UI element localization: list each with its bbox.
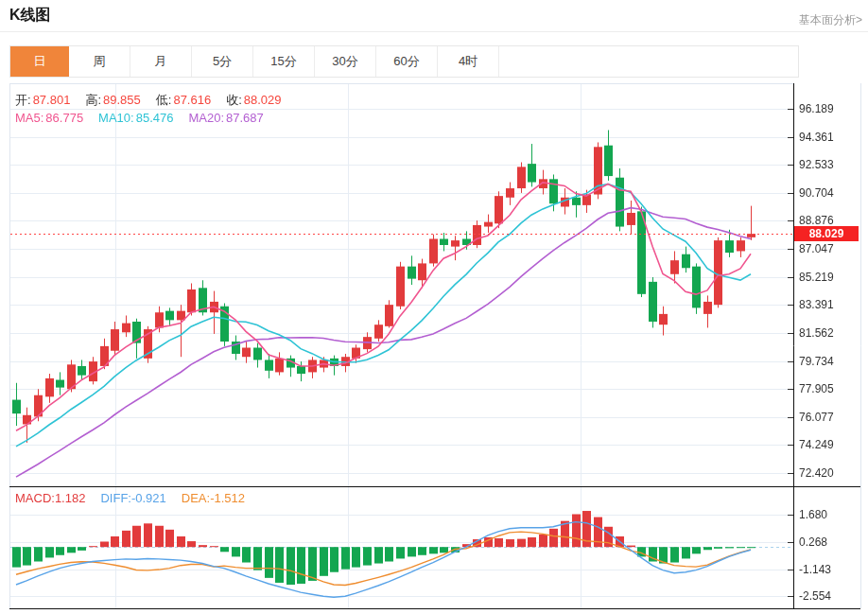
tab-3[interactable]: 5分 [192,46,253,77]
tab-5[interactable]: 30分 [315,46,376,77]
price-axis-label: 83.391 [799,298,858,312]
ma10-value: MA10:85.476 [98,111,173,125]
macd-info-row: MACD:1.182 DIFF:-0.921 DEA:-1.512 [15,491,245,505]
macd-value: MACD:1.182 [15,491,85,505]
page-title: K线图 [9,6,51,26]
price-axis-label: 90.704 [799,186,858,201]
open-value: 开:87.801 [15,92,70,109]
ma5-value: MA5:86.775 [15,111,83,125]
current-price-badge: 88.029 [794,226,859,241]
diff-value: DIFF:-0.921 [100,491,165,505]
price-axis-label: 79.734 [799,355,858,369]
low-value: 低:87.616 [156,92,211,109]
high-value: 高:89.855 [85,92,140,109]
ma-info-row: MA5:86.775 MA10:85.476 MA20:87.687 [15,111,264,125]
tab-4[interactable]: 15分 [253,46,315,77]
price-axis-label: 87.047 [799,242,858,256]
ma20-value: MA20:87.687 [188,111,263,125]
price-axis-label: 85.219 [799,271,858,285]
ohlc-info-row: 开:87.801 高:89.855 低:87.616 收:88.029 [15,92,282,109]
price-axis-label: 77.905 [799,382,858,396]
period-tabbar: 日周月5分15分30分60分4时 [9,45,799,78]
tab-7[interactable]: 4时 [438,46,499,77]
macd-axis-label: -1.143 [799,563,858,577]
tab-0[interactable]: 日 [10,46,69,77]
macd-axis-label: -2.554 [799,589,858,604]
macd-axis-label: 0.268 [799,535,858,550]
close-value: 收:88.029 [226,92,281,109]
price-axis-label: 92.533 [799,158,858,172]
price-axis-label: 72.420 [799,466,858,481]
price-axis-label: 76.077 [799,411,858,425]
price-axis-label: 96.189 [799,102,858,116]
fundamental-analysis-link[interactable]: 基本面分析> [799,12,862,28]
macd-axis-label: 1.680 [799,508,858,522]
tab-1[interactable]: 周 [69,46,130,77]
price-axis-label: 94.361 [799,131,858,145]
tab-6[interactable]: 60分 [376,46,438,77]
price-axis-label: 74.249 [799,438,858,452]
tab-2[interactable]: 月 [130,46,192,77]
header-divider [0,31,868,32]
dea-value: DEA:-1.512 [182,491,245,505]
price-axis-label: 81.562 [799,326,858,341]
